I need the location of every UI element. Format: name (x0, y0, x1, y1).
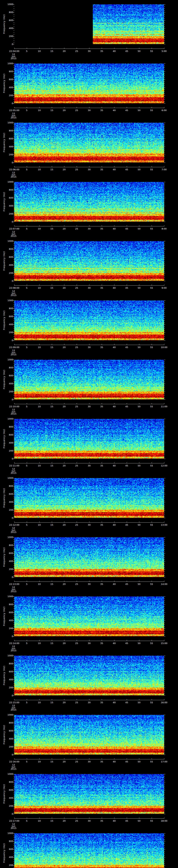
x-tick-label: 45 (121, 524, 132, 526)
x-tick-label: 45 (121, 761, 132, 763)
date-line: 2015 (8, 768, 19, 770)
x-end-time-label: 15:00 (158, 642, 170, 644)
x-tick-label: 35 (96, 524, 107, 526)
x-tick-label: 5 (21, 465, 32, 467)
spectrogram-panel: Frequency (Hz)1000800600400200022:06:005… (0, 123, 178, 182)
x-tick-label: 10 (34, 524, 45, 526)
x-tick-label: 35 (96, 50, 107, 52)
x-tick-label: 50 (134, 583, 145, 585)
x-tick-label: 35 (96, 227, 107, 230)
spectrogram-canvas (10, 715, 168, 760)
spectrogram-panel: Frequency (Hz)1000800600400200022:16:005… (0, 715, 178, 774)
y-axis-title: Frequency (Hz) (3, 300, 5, 340)
x-tick-label: 55 (146, 524, 157, 526)
x-tick-label: 25 (71, 524, 82, 526)
x-tick-label: 45 (121, 701, 132, 704)
y-axis-title: Frequency (Hz) (3, 63, 5, 103)
x-tick-label: 40 (109, 701, 120, 704)
x-tick-label: 20 (59, 50, 70, 52)
spectrogram-canvas (10, 182, 168, 226)
x-tick-label: 25 (71, 50, 82, 52)
x-tick-label: 35 (96, 346, 107, 348)
date-line: 2015 (8, 649, 19, 652)
x-tick-label: 50 (134, 701, 145, 704)
x-tick-label: 45 (121, 227, 132, 230)
x-tick-label: 15 (46, 346, 57, 348)
spectrogram-canvas (10, 537, 168, 582)
x-tick-label: 35 (96, 109, 107, 112)
x-tick-label: 10 (34, 405, 45, 408)
x-tick-label: 5 (21, 583, 32, 585)
x-tick-label: 30 (84, 701, 95, 704)
x-tick-label: 35 (96, 465, 107, 467)
spectrogram-panel: Frequency (Hz)1000800600400200022:04:005… (0, 4, 178, 64)
x-end-time-label: 17:00 (158, 761, 170, 763)
x-tick-label: 15 (46, 524, 57, 526)
x-tick-label: 25 (71, 346, 82, 348)
x-tick-label: 50 (134, 465, 145, 467)
x-tick-label: 35 (96, 168, 107, 170)
x-tick-label: 50 (134, 405, 145, 408)
x-tick-label: 40 (109, 524, 120, 526)
x-tick-label: 30 (84, 524, 95, 526)
x-tick-label: 25 (71, 109, 82, 112)
x-end-time-label: 18:00 (158, 820, 170, 822)
x-tick-label: 50 (134, 50, 145, 52)
x-tick-label: 40 (109, 168, 120, 170)
x-tick-label: 40 (109, 642, 120, 644)
x-tick-label: 10 (34, 820, 45, 822)
x-tick-label: 45 (121, 465, 132, 467)
x-tick-label: 50 (134, 642, 145, 644)
x-tick-label: 5 (21, 287, 32, 289)
x-start-time-label: 22:06:00 (6, 168, 22, 170)
x-tick-label: 30 (84, 50, 95, 52)
x-tick-label: 50 (134, 109, 145, 112)
x-tick-label: 55 (146, 465, 157, 467)
x-tick-label: 15 (46, 109, 57, 112)
x-tick-label: 35 (96, 701, 107, 704)
x-tick-label: 5 (21, 109, 32, 112)
x-tick-label: 10 (34, 583, 45, 585)
x-tick-label: 55 (146, 761, 157, 763)
x-end-time-label: 11:00 (158, 405, 170, 408)
y-axis-title: Frequency (Hz) (3, 123, 5, 162)
x-tick-label: 5 (21, 168, 32, 170)
x-tick-label: 15 (46, 642, 57, 644)
x-end-time-label: 10:00 (158, 346, 170, 348)
x-tick-label: 55 (146, 227, 157, 230)
x-tick-label: 20 (59, 405, 70, 408)
x-start-time-label: 22:17:00 (6, 820, 22, 822)
y-axis-title: Frequency (Hz) (3, 360, 5, 399)
x-tick-label: 40 (109, 287, 120, 289)
x-tick-label: 10 (34, 761, 45, 763)
date-line: 2015 (8, 472, 19, 474)
y-axis-title: Frequency (Hz) (3, 833, 5, 868)
date-line: 2015 (8, 57, 19, 60)
x-start-time-label: 22:14:00 (6, 642, 22, 644)
x-tick-label: 40 (109, 465, 120, 467)
x-tick-label: 40 (109, 109, 120, 112)
x-tick-label: 30 (84, 583, 95, 585)
x-start-time-label: 22:05:00 (6, 109, 22, 112)
x-tick-label: 40 (109, 346, 120, 348)
x-tick-label: 10 (34, 346, 45, 348)
x-tick-label: 25 (71, 465, 82, 467)
x-tick-label: 40 (109, 405, 120, 408)
x-tick-label: 40 (109, 227, 120, 230)
x-tick-label: 55 (146, 405, 157, 408)
spectrogram-canvas (10, 656, 168, 700)
spectrogram-canvas (10, 833, 168, 868)
x-start-time-label: 22:15:00 (6, 701, 22, 704)
x-end-time-label: 8:00 (158, 227, 170, 230)
x-tick-label: 15 (46, 820, 57, 822)
x-tick-label: 50 (134, 227, 145, 230)
x-tick-label: 45 (121, 346, 132, 348)
spectrogram-canvas (10, 419, 168, 464)
x-start-time-label: 22:07:00 (6, 227, 22, 230)
x-tick-label: 5 (21, 642, 32, 644)
x-tick-label: 55 (146, 109, 157, 112)
x-tick-label: 45 (121, 109, 132, 112)
x-tick-label: 45 (121, 583, 132, 585)
x-tick-label: 20 (59, 346, 70, 348)
x-tick-label: 20 (59, 227, 70, 230)
